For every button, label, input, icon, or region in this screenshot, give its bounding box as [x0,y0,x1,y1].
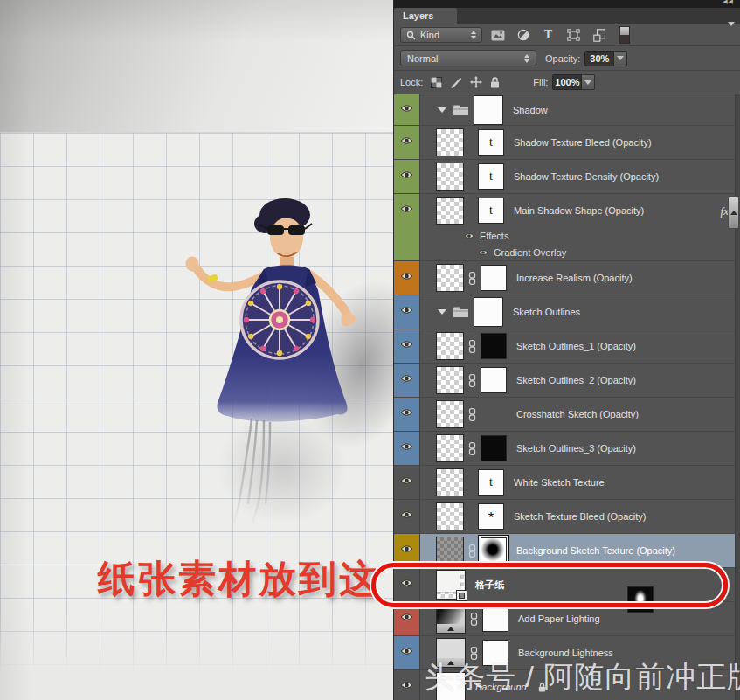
layer-mask-thumbnail[interactable] [481,265,507,291]
layer-row[interactable]: Crosshatch Sketch (Opacity) [394,398,740,432]
visibility-toggle[interactable] [394,94,420,126]
scrollbar-track[interactable] [735,94,740,700]
visibility-toggle[interactable] [394,568,420,602]
layer-mask-thumbnail[interactable] [481,367,507,393]
visibility-toggle[interactable] [394,261,420,295]
lock-position-button[interactable] [470,76,482,88]
layer-thumbnail[interactable] [436,468,464,496]
layer-mask-thumbnail[interactable] [481,537,507,564]
layer-row-content[interactable]: tShadow Texture Bleed (Opacity) [420,126,740,160]
layer-thumbnail[interactable] [436,400,464,428]
visibility-toggle[interactable] [394,126,420,160]
layer-row-content[interactable]: Sketch Outlines [420,295,740,329]
layer-row[interactable]: tWhite Sketch Texture [394,466,740,500]
layer-row-content[interactable]: Sketch Outlines_2 (Opacity) [420,364,740,398]
filter-pixel-layers-button[interactable] [488,27,508,43]
lock-transparency-button[interactable] [431,77,442,88]
panel-menu-icon[interactable] [728,14,735,30]
layer-thumbnail[interactable] [436,434,464,462]
visibility-toggle[interactable] [394,534,420,568]
layer-row[interactable]: *Sketch Texture Bleed (Opacity) [394,500,740,534]
layer-row-content[interactable]: Background Sketch Texture (Opacity) [420,534,740,568]
layer-mask-thumbnail[interactable]: t [478,198,504,224]
layer-row-content[interactable]: Sketch Outlines_1 (Opacity) [420,329,740,364]
visibility-toggle[interactable] [394,364,420,398]
expand-collapse-icon[interactable] [438,107,446,113]
layer-row[interactable]: Shadow [394,94,740,126]
layer-row-content[interactable]: Crosshatch Sketch (Opacity) [420,398,740,432]
layer-mask-thumbnail[interactable] [481,333,507,359]
layer-thumbnail[interactable] [436,197,464,225]
layer-row-content[interactable]: Sketch Outlines_3 (Opacity) [420,432,740,466]
filter-shape-layers-button[interactable] [564,27,584,43]
filter-adjustment-layers-button[interactable] [513,27,533,43]
layer-row[interactable]: Add Paper Lighting [394,602,740,636]
layer-mask-thumbnail[interactable]: * [478,503,504,530]
blend-mode-dropdown[interactable]: Normal [400,50,536,66]
layer-mask-thumbnail[interactable] [474,297,503,327]
filter-toggle-switch[interactable] [619,26,630,44]
filter-type-layers-button[interactable]: T [538,27,558,43]
eye-icon [464,232,474,239]
lock-pixels-button[interactable] [450,77,462,88]
visibility-toggle[interactable] [394,160,420,194]
fill-dropdown-button[interactable] [582,74,595,90]
visibility-toggle[interactable] [394,432,420,466]
layer-mask-thumbnail[interactable]: t [478,129,504,156]
gradient-overlay-row[interactable]: Gradient Overlay [420,244,740,260]
visibility-toggle[interactable] [394,194,420,261]
layer-mask-thumbnail[interactable]: t [478,469,504,496]
layer-row[interactable]: tShadow Texture Density (Opacity) [394,160,740,194]
layer-thumbnail[interactable] [436,366,464,394]
layer-mask-thumbnail[interactable]: t [478,163,504,190]
layer-row[interactable]: Increase Realism (Opacity) [394,261,740,295]
layer-mask-thumbnail[interactable] [474,95,503,125]
layer-row-content[interactable]: tShadow Texture Density (Opacity) [420,160,740,194]
layer-row[interactable]: tShadow Texture Bleed (Opacity) [394,126,740,160]
layer-row-content[interactable]: tWhite Sketch Texture [420,466,740,500]
visibility-toggle[interactable] [394,398,420,432]
layer-row-content[interactable]: *Sketch Texture Bleed (Opacity) [420,500,740,534]
visibility-toggle[interactable] [394,602,420,636]
layer-row-content[interactable]: Increase Realism (Opacity) [420,261,740,295]
layer-thumbnail[interactable] [436,163,464,191]
fill-value-field[interactable]: 100% [552,74,582,90]
layer-row[interactable]: Sketch Outlines [394,295,740,329]
lock-all-button[interactable] [490,77,500,88]
layer-row-content[interactable]: Shadow [420,94,740,126]
layer-row[interactable]: Background Sketch Texture (Opacity) [394,534,740,568]
layer-thumbnail[interactable] [436,128,464,156]
opacity-dropdown-button[interactable] [614,51,627,66]
layer-row-content[interactable]: 格子纸 [420,568,740,602]
visibility-toggle[interactable] [394,670,420,700]
layer-row[interactable]: Sketch Outlines_1 (Opacity) [394,329,740,364]
adjustment-thumbnail[interactable] [436,604,466,634]
layer-mask-thumbnail[interactable] [481,435,507,461]
layer-thumbnail[interactable] [436,537,464,565]
layer-row-content[interactable]: tMain Shadow Shape (Opacity)fxEffectsGra… [420,194,740,261]
layer-mask-thumbnail[interactable] [482,606,508,632]
visibility-toggle[interactable] [394,466,420,500]
layer-thumbnail[interactable] [436,332,464,360]
layer-row[interactable]: Sketch Outlines_2 (Opacity) [394,364,740,398]
layer-thumbnail[interactable] [436,570,466,600]
layer-row-content[interactable]: Add Paper Lighting [420,602,740,636]
filter-kind-dropdown[interactable]: Kind [400,27,482,43]
filter-smart-object-button[interactable] [589,27,609,43]
visibility-toggle[interactable] [394,329,420,364]
collapse-panel-icon[interactable]: ◀◀ [723,0,734,5]
layer-thumbnail[interactable] [436,264,464,292]
expand-collapse-icon[interactable] [438,309,446,315]
layer-thumbnail[interactable] [436,502,464,530]
layer-row[interactable]: tMain Shadow Shape (Opacity)fxEffectsGra… [394,194,740,261]
layer-row[interactable]: Sketch Outlines_3 (Opacity) [394,432,740,466]
effects-row[interactable]: Effects [420,227,740,244]
scrollbar-thumb[interactable] [728,196,739,229]
visibility-toggle[interactable] [394,636,420,670]
visibility-toggle[interactable] [394,500,420,534]
document-canvas[interactable]: 纸张素材放到这 [0,0,393,700]
tab-layers[interactable]: Layers [394,8,457,24]
visibility-toggle[interactable] [394,295,420,329]
opacity-value-field[interactable]: 30% [584,51,614,66]
layer-row[interactable]: 格子纸 [394,568,740,602]
